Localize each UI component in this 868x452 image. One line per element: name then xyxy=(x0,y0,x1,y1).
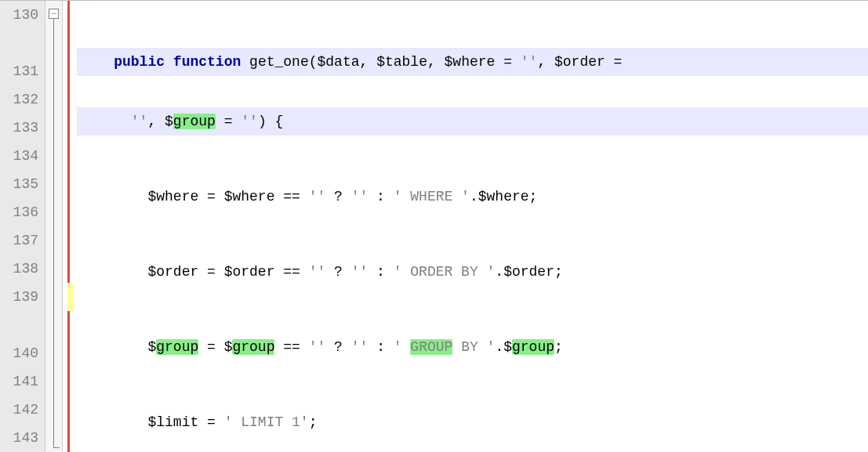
line-number: 133 xyxy=(3,114,38,142)
search-highlight: group xyxy=(232,339,274,355)
line-number: 142 xyxy=(3,396,38,424)
keyword-public: public xyxy=(114,54,165,70)
line-number: 134 xyxy=(3,142,38,170)
paren: ( xyxy=(309,54,318,70)
change-marker xyxy=(67,1,70,452)
code-line[interactable]: $group = $group == '' ? '' : ' GROUP BY … xyxy=(77,333,868,361)
fold-guide xyxy=(53,19,54,447)
fold-toggle-icon[interactable]: − xyxy=(49,9,59,19)
fold-column: − xyxy=(45,1,63,452)
change-marker-column xyxy=(63,1,77,452)
string: ' LIMIT 1' xyxy=(224,414,309,430)
line-number: 131 xyxy=(3,57,38,85)
function-name: get_one xyxy=(249,54,309,70)
line-number-gutter: 130 131 132 133 134 135 136 137 138 139 … xyxy=(0,1,45,452)
line-number: 138 xyxy=(3,255,38,283)
keyword-function: function xyxy=(173,54,241,70)
variable: $data xyxy=(318,54,360,70)
change-marker-yellow xyxy=(67,283,74,311)
string: '' xyxy=(241,114,258,129)
variable: $group xyxy=(165,114,216,129)
search-highlight: group xyxy=(173,114,216,129)
code-editor: 130 131 132 133 134 135 136 137 138 139 … xyxy=(0,0,868,452)
code-line[interactable]: public function get_one($data, $table, $… xyxy=(77,48,868,76)
variable: $order xyxy=(554,54,605,70)
line-number: 140 xyxy=(3,339,38,367)
line-number: 132 xyxy=(3,85,38,114)
code-line[interactable]: $order = $order == '' ? '' : ' ORDER BY … xyxy=(77,258,868,286)
code-area[interactable]: public function get_one($data, $table, $… xyxy=(77,1,868,452)
line-number: 135 xyxy=(3,170,38,198)
variable: $table xyxy=(376,54,427,70)
string: ' ORDER BY ' xyxy=(394,264,496,280)
search-highlight: GROUP xyxy=(410,339,452,355)
line-number: 137 xyxy=(3,226,38,255)
variable: $limit xyxy=(147,414,198,430)
line-number: 130 xyxy=(3,1,38,57)
code-line-wrap[interactable]: '', $group = '') { xyxy=(77,107,868,136)
code-line[interactable]: $limit = ' LIMIT 1'; xyxy=(77,408,868,436)
line-number: 139 xyxy=(3,283,38,339)
line-number: 141 xyxy=(3,367,38,396)
fold-end xyxy=(53,447,60,448)
string: ' WHERE ' xyxy=(394,189,470,204)
code-line[interactable]: $where = $where == '' ? '' : ' WHERE '.$… xyxy=(77,183,868,211)
variable: $where xyxy=(147,189,198,204)
variable: $where xyxy=(445,54,496,70)
variable: $order xyxy=(147,264,198,280)
search-highlight: group xyxy=(156,339,198,355)
search-highlight: group xyxy=(512,339,554,355)
string: '' xyxy=(131,114,148,129)
string: '' xyxy=(521,54,538,70)
line-number: 143 xyxy=(3,424,38,452)
line-number: 136 xyxy=(3,198,38,226)
